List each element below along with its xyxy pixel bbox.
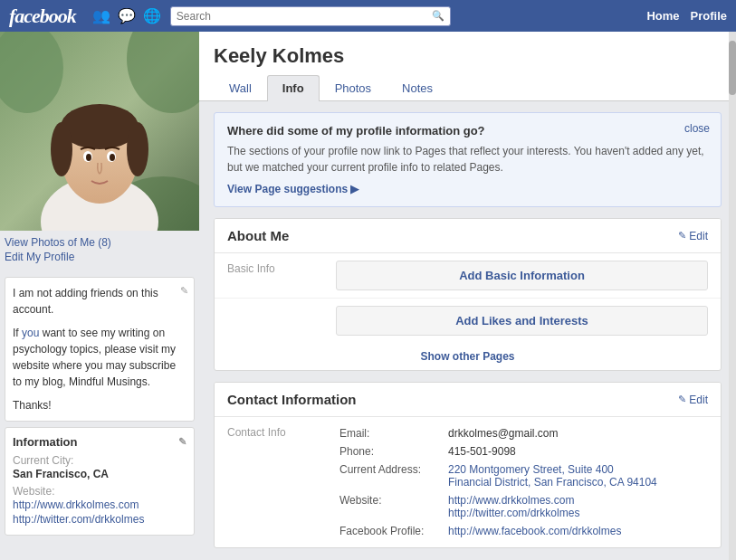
profile-photo-svg bbox=[0, 32, 199, 231]
header-icons: 👥 💬 🌐 bbox=[92, 7, 161, 24]
website-link-2[interactable]: http://twitter.com/drkkolmes bbox=[13, 513, 186, 526]
likes-label bbox=[227, 306, 336, 308]
contact-fb-profile-row: Facebook Profile: http://www.facebook.co… bbox=[336, 522, 708, 540]
likes-row: Add Likes and Interests bbox=[215, 299, 721, 343]
about-me-edit-label: Edit bbox=[689, 230, 708, 242]
contact-info-section: Contact Information ✎ Edit Contact Info … bbox=[214, 382, 722, 548]
status-you-link[interactable]: you bbox=[22, 327, 39, 339]
edit-profile-link[interactable]: Edit My Profile bbox=[0, 250, 199, 264]
svg-point-7 bbox=[61, 104, 139, 149]
main: View Photos of Me (8) Edit My Profile I … bbox=[0, 32, 736, 560]
nav-profile[interactable]: Profile bbox=[691, 9, 727, 23]
profile-photo bbox=[0, 32, 199, 231]
nav-home[interactable]: Home bbox=[646, 9, 679, 23]
banner-close-button[interactable]: close bbox=[684, 122, 710, 135]
svg-point-9 bbox=[127, 122, 148, 176]
status-text-3: Thanks! bbox=[13, 397, 186, 413]
show-pages-row: Show other Pages bbox=[215, 343, 721, 370]
contact-table: Email: drkkolmes@gmail.com Phone: 415-50… bbox=[336, 424, 708, 540]
website-link-1[interactable]: http://www.drkkolmes.com bbox=[13, 498, 186, 511]
about-me-edit-button[interactable]: ✎ Edit bbox=[678, 230, 708, 242]
contact-info-header: Contact Information ✎ Edit bbox=[215, 383, 721, 417]
website-value-link-2[interactable]: http://twitter.com/drkkolmes bbox=[448, 507, 704, 519]
contact-info-edit-label: Edit bbox=[689, 394, 708, 406]
basic-info-label: Basic Info bbox=[227, 261, 336, 275]
phone-value: 415-501-9098 bbox=[444, 442, 708, 460]
tab-notes[interactable]: Notes bbox=[387, 75, 448, 100]
website-field-label: Website: bbox=[336, 491, 444, 522]
add-basic-info-button[interactable]: Add Basic Information bbox=[336, 261, 708, 290]
globe-icon[interactable]: 🌐 bbox=[143, 7, 161, 24]
scrollbar[interactable] bbox=[729, 32, 736, 560]
address-link-2[interactable]: Financial District, San Francisco, CA 94… bbox=[448, 476, 657, 489]
search-input[interactable] bbox=[177, 10, 432, 23]
fb-profile-label: Facebook Profile: bbox=[336, 522, 444, 540]
photo-links: View Photos of Me (8) Edit My Profile bbox=[0, 231, 199, 271]
basic-info-content: Add Basic Information bbox=[336, 261, 708, 290]
sidebar-info: Information Current City: San Francisco,… bbox=[5, 427, 195, 536]
contact-info-title: Contact Information bbox=[227, 392, 357, 407]
contact-phone-row: Phone: 415-501-9098 bbox=[336, 442, 708, 460]
email-label: Email: bbox=[336, 424, 444, 442]
address-value: 220 Montgomery Street, Suite 400 Financi… bbox=[444, 460, 708, 491]
sidebar: View Photos of Me (8) Edit My Profile I … bbox=[0, 32, 199, 560]
svg-point-13 bbox=[110, 154, 115, 161]
add-likes-button[interactable]: Add Likes and Interests bbox=[336, 306, 708, 336]
banner-text: The sections of your profile now link to… bbox=[227, 143, 708, 176]
fb-profile-value: http://www.facebook.com/drkkolmes bbox=[444, 522, 708, 540]
tab-photos[interactable]: Photos bbox=[320, 75, 387, 100]
status-text-1: I am not adding friends on this account. bbox=[13, 285, 186, 318]
sidebar-status: I am not adding friends on this account.… bbox=[5, 277, 195, 422]
photo-placeholder bbox=[0, 32, 199, 231]
search-icon: 🔍 bbox=[432, 10, 444, 22]
svg-point-12 bbox=[86, 154, 91, 161]
current-city-label: Current City: bbox=[13, 454, 186, 467]
website-label: Website: bbox=[13, 485, 186, 498]
contact-website-row: Website: http://www.drkkolmes.com http:/… bbox=[336, 491, 708, 522]
content: Keely Kolmes Wall Info Photos Notes Wher… bbox=[199, 32, 736, 560]
sidebar-info-title: Information bbox=[13, 435, 78, 449]
show-other-pages-link[interactable]: Show other Pages bbox=[420, 350, 514, 363]
svg-point-8 bbox=[51, 122, 72, 176]
header-nav: Home Profile bbox=[646, 9, 727, 23]
about-me-title: About Me bbox=[227, 228, 289, 243]
status-edit-icon[interactable] bbox=[180, 283, 188, 299]
about-me-header: About Me ✎ Edit bbox=[215, 219, 721, 253]
contact-info-body: Contact Info Email: drkkolmes@gmail.com … bbox=[215, 417, 721, 547]
contact-edit-pencil-icon: ✎ bbox=[678, 394, 686, 405]
tab-info[interactable]: Info bbox=[267, 75, 320, 101]
contact-info-edit-button[interactable]: ✎ Edit bbox=[678, 394, 708, 406]
basic-info-row: Basic Info Add Basic Information bbox=[215, 253, 721, 299]
address-label: Current Address: bbox=[336, 460, 444, 491]
messages-icon[interactable]: 💬 bbox=[118, 7, 136, 24]
edit-pencil-icon: ✎ bbox=[678, 230, 686, 242]
contact-address-row: Current Address: 220 Montgomery Street, … bbox=[336, 460, 708, 491]
view-page-suggestions-link[interactable]: View Page suggestions ▶ bbox=[227, 183, 359, 195]
current-city-value: San Francisco, CA bbox=[13, 468, 186, 480]
contact-info-fields: Email: drkkolmes@gmail.com Phone: 415-50… bbox=[336, 424, 708, 540]
view-photos-link[interactable]: View Photos of Me (8) bbox=[0, 235, 199, 250]
contact-email-row: Email: drkkolmes@gmail.com bbox=[336, 424, 708, 442]
website-field-value: http://www.drkkolmes.com http://twitter.… bbox=[444, 491, 708, 522]
address-link[interactable]: 220 Montgomery Street, Suite 400 bbox=[448, 463, 614, 476]
likes-content: Add Likes and Interests bbox=[336, 306, 708, 336]
website-value-link-1[interactable]: http://www.drkkolmes.com bbox=[448, 494, 704, 507]
about-me-section: About Me ✎ Edit Basic Info Add Basic Inf… bbox=[214, 218, 722, 371]
fb-profile-link[interactable]: http://www.facebook.com/drkkolmes bbox=[448, 525, 621, 537]
status-text-2: If you want to see my writing on psychol… bbox=[13, 325, 186, 390]
email-value: drkkolmes@gmail.com bbox=[444, 424, 708, 442]
profile-name: Keely Kolmes bbox=[214, 44, 722, 68]
phone-label: Phone: bbox=[336, 442, 444, 460]
search-bar: 🔍 bbox=[170, 6, 451, 26]
header: facebook 👥 💬 🌐 🔍 Home Profile bbox=[0, 0, 736, 32]
friends-icon[interactable]: 👥 bbox=[92, 7, 110, 24]
scrollbar-thumb[interactable] bbox=[729, 41, 736, 95]
profile-tabs: Wall Info Photos Notes bbox=[214, 75, 722, 100]
banner-title: Where did some of my profile information… bbox=[227, 124, 708, 138]
sidebar-info-edit-icon[interactable] bbox=[178, 436, 186, 448]
contact-info-label: Contact Info bbox=[227, 424, 336, 540]
tab-wall[interactable]: Wall bbox=[214, 75, 267, 100]
info-banner: Where did some of my profile information… bbox=[214, 112, 722, 207]
facebook-logo: facebook bbox=[9, 5, 76, 28]
sidebar-info-header: Information bbox=[13, 435, 186, 449]
